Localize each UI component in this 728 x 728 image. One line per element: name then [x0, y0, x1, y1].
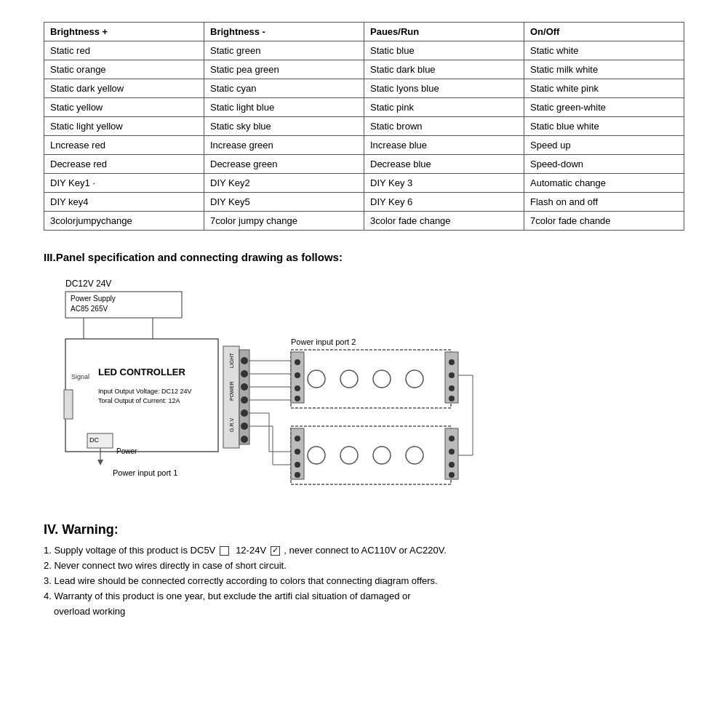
table-cell: DIY Key 3 — [364, 174, 524, 193]
table-cell: Paues/Run — [364, 23, 524, 41]
table-cell: Increase green — [204, 136, 364, 155]
svg-text:Toral Output of Current: 12A: Toral Output of Current: 12A — [98, 397, 180, 404]
table-cell: DIY Key5 — [204, 193, 364, 212]
svg-point-53 — [406, 447, 423, 464]
table-cell: Static dark yellow — [44, 79, 204, 98]
table-cell: Flash on and off — [524, 193, 684, 212]
warning-item-4-cont: overload working — [44, 606, 684, 617]
checkbox-dc5v — [220, 546, 229, 556]
svg-point-40 — [295, 359, 300, 365]
svg-point-51 — [340, 447, 358, 464]
svg-text:LIGHT: LIGHT — [229, 353, 234, 368]
table-cell: Static light yellow — [44, 117, 204, 136]
svg-point-43 — [295, 396, 300, 401]
svg-point-50 — [308, 447, 325, 464]
svg-point-61 — [449, 449, 455, 455]
dc-label: DC12V 24V — [65, 279, 111, 289]
table-cell: Static milk white — [524, 60, 684, 79]
svg-text:Power Supply: Power Supply — [71, 295, 116, 303]
table-cell: Static white pink — [524, 79, 684, 98]
table-cell: Decrease blue — [364, 155, 524, 174]
warning-item-1: 1. Supply voltage of this product is DC5… — [44, 545, 684, 556]
table-cell: Static green — [204, 41, 364, 60]
svg-text:Signal: Signal — [71, 373, 89, 380]
svg-point-42 — [295, 385, 300, 391]
svg-point-37 — [373, 370, 391, 388]
table-cell: 3color fade change — [364, 212, 524, 231]
table-cell: 7color fade chande — [524, 212, 684, 231]
svg-point-41 — [295, 372, 300, 378]
panel-section-title: III.Panel specification and connecting d… — [44, 251, 684, 263]
table-cell: Static dark blue — [364, 60, 524, 79]
page: Brightness +Brightness -Paues/RunOn/OffS… — [0, 0, 728, 728]
svg-rect-49 — [291, 426, 451, 484]
svg-text:Power: Power — [116, 447, 137, 455]
svg-point-36 — [340, 370, 358, 388]
svg-marker-15 — [97, 460, 103, 465]
panel-section: III.Panel specification and connecting d… — [44, 251, 684, 502]
table-cell: Static light blue — [204, 98, 364, 117]
table-cell: Static white — [524, 41, 684, 60]
table-cell: Brightness - — [204, 23, 364, 41]
checkbox-12-24v — [271, 546, 280, 556]
svg-rect-7 — [64, 390, 73, 419]
svg-text:POWER: POWER — [229, 382, 234, 401]
table-cell: Decrease green — [204, 155, 364, 174]
wiring-diagram: DC12V 24V Power Supply AC85 265V Signal … — [44, 273, 495, 499]
table-cell: Static pink — [364, 98, 524, 117]
svg-point-27 — [241, 423, 248, 430]
table-cell: Static green-white — [524, 98, 684, 117]
svg-point-58 — [295, 472, 300, 478]
table-cell: Brightness + — [44, 23, 204, 41]
svg-text:Input Output Voltage: DC12 24V: Input Output Voltage: DC12 24V — [98, 388, 192, 395]
table-cell: 7color jumpy change — [204, 212, 364, 231]
svg-point-55 — [295, 436, 300, 441]
table-cell: 3colorjumpychange — [44, 212, 204, 231]
svg-point-63 — [449, 472, 455, 478]
svg-point-62 — [449, 462, 455, 468]
warning-item-2: 2. Never connect two wires directly in c… — [44, 560, 684, 571]
svg-point-52 — [373, 447, 391, 464]
svg-text:Power input port 1: Power input port 1 — [113, 468, 177, 477]
svg-point-28 — [241, 436, 248, 443]
svg-text:G.R.V: G.R.V — [229, 418, 234, 432]
svg-point-47 — [449, 385, 455, 391]
table-cell: On/Off — [524, 23, 684, 41]
svg-point-35 — [308, 370, 325, 388]
table-cell: Increase blue — [364, 136, 524, 155]
table-cell: DIY Key 6 — [364, 193, 524, 212]
table-cell: Automatic change — [524, 174, 684, 193]
svg-point-48 — [449, 396, 455, 401]
svg-point-25 — [241, 396, 248, 404]
svg-point-57 — [295, 462, 300, 468]
table-cell: Speed up — [524, 136, 684, 155]
warning-section: IV. Warning: 1. Supply voltage of this p… — [44, 522, 684, 617]
svg-point-26 — [241, 409, 248, 417]
table-cell: Decrease red — [44, 155, 204, 174]
table-cell: Static blue white — [524, 117, 684, 136]
table-cell: Static sky blue — [204, 117, 364, 136]
svg-point-46 — [449, 372, 455, 378]
table-cell: DIY key4 — [44, 193, 204, 212]
table-cell: DIY Key1 · — [44, 174, 204, 193]
svg-point-22 — [241, 357, 248, 364]
table-cell: Speed-down — [524, 155, 684, 174]
table-cell: Static blue — [364, 41, 524, 60]
table-cell: Static cyan — [204, 79, 364, 98]
svg-point-56 — [295, 449, 300, 455]
warning-list: 1. Supply voltage of this product is DC5… — [44, 545, 684, 617]
svg-text:LED CONTROLLER: LED CONTROLLER — [98, 367, 185, 377]
svg-point-24 — [241, 383, 248, 391]
svg-rect-34 — [291, 350, 451, 408]
button-function-table: Brightness +Brightness -Paues/RunOn/OffS… — [44, 22, 684, 231]
warning-item-3: 3. Lead wire should be connected correct… — [44, 575, 684, 586]
warning-title: IV. Warning: — [44, 522, 684, 537]
svg-point-38 — [406, 370, 423, 388]
svg-text:DC: DC — [89, 436, 99, 444]
svg-text:AC85  265V: AC85 265V — [71, 305, 108, 313]
svg-point-45 — [449, 359, 455, 365]
diagram-wrapper: DC12V 24V Power Supply AC85 265V Signal … — [44, 273, 684, 502]
table-cell: Static pea green — [204, 60, 364, 79]
table-cell: Static brown — [364, 117, 524, 136]
table-cell: Static orange — [44, 60, 204, 79]
